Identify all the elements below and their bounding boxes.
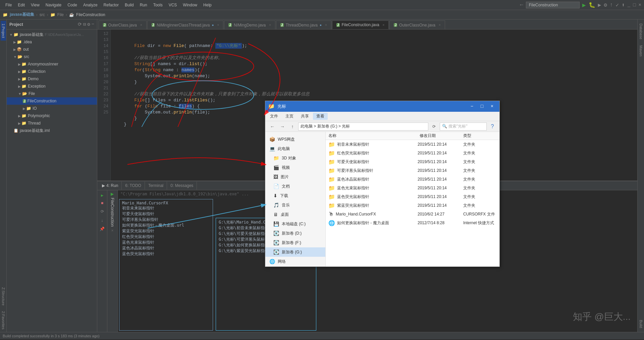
fe-file-item-0[interactable]: 📁 初音未来鼠标指针 2019/5/11 20:14 文件夹 [326,140,499,149]
tab-outerclassone[interactable]: J OuterClassOne.java × [389,20,445,29]
run-button[interactable]: ▶ [582,1,586,9]
minimize-icon[interactable]: _ [628,2,630,8]
tree-fileconstruction[interactable]: J FileConstruction [7,97,97,105]
fe-sidebar-downloads[interactable]: ⬇ 下载 [265,191,325,200]
tab-fileconstruction[interactable]: J FileConstruction.java × [332,20,389,29]
fe-sidebar-3d[interactable]: 📁 3D 对象 [265,153,325,163]
run-scroll-btn[interactable]: ↓ [99,217,106,225]
fe-search-bar[interactable]: 🔍 搜索"光标" [440,123,487,131]
tree-out[interactable]: ▶ 📦 out [7,46,97,53]
menu-item-file[interactable]: File [3,2,14,8]
fe-sidebar-music[interactable]: 🎵 音乐 [265,200,325,210]
tab-niminginnerclassthread[interactable]: J NiMingInnerClassThread.java ● × [147,20,224,29]
structure-icon[interactable]: Z:Structure [1,285,6,308]
tree-root[interactable]: ▼ 📁 javase基础集 F:\IDEAworkSpace\Ja... [7,31,97,38]
tree-exception[interactable]: ▶ 📁 Exception [7,83,97,90]
fe-sidebar-pc[interactable]: 💻 此电脑 [265,144,325,153]
fe-sidebar-f[interactable]: 💽 新加卷 (F:) [265,238,325,247]
maximize-icon[interactable]: □ [633,2,636,8]
collapse-icon[interactable]: ⊟ [83,21,86,27]
fe-refresh-btn[interactable]: ⟳ [430,122,438,131]
tab-outerclass[interactable]: J OuterClass.java × [99,20,147,29]
tree-iml[interactable]: 📋 javase基础集.iml [7,127,97,134]
fe-sidebar-video[interactable]: 🎬 视频 [265,163,325,172]
fe-file-item-6[interactable]: 📁 蓝色荧光鼠标指针 2019/5/11 20:14 文件夹 [326,192,499,201]
menu-item-vcs[interactable]: VCS [166,2,180,8]
run-stop-btn[interactable]: ■ [99,200,106,207]
more-run-options-icon[interactable]: ⚙ [604,2,607,8]
tree-demo[interactable]: ▶ 📁 Demo [7,75,97,83]
fe-maximize-btn[interactable]: □ [477,102,487,111]
menu-item-view[interactable]: View [28,2,42,8]
tree-src[interactable]: ▼ 📂 src [7,53,97,60]
fe-file-item-8[interactable]: 🖱 Mario_Hand.CursorFX 2010/6/2 14:27 CUR… [326,210,499,218]
menu-item-run[interactable]: Run [137,2,150,8]
tab-nimingdemo[interactable]: J NIMingDemo.java × [224,20,275,29]
fe-menu-share[interactable]: 共享 [298,113,312,120]
menu-item-edit[interactable]: Edit [15,2,28,8]
fe-menu-file[interactable]: 文件 [267,113,281,120]
tab-run[interactable]: ▶ 4: Run [99,182,122,190]
vcs-commit-icon[interactable]: ✓ [616,2,619,8]
run-rerun-btn[interactable]: ⟳ [99,208,106,215]
menu-item-help[interactable]: Help [201,2,214,8]
tree-file[interactable]: ▼ 📂 File [7,90,97,97]
menu-item-navigate[interactable]: Navigate [43,2,64,8]
tab-messages[interactable]: 0: Messages [167,182,197,190]
fe-file-item-3[interactable]: 📁 可爱洋葱头鼠标指针 2019/5/11 20:14 文件夹 [326,166,499,175]
favorites-icon[interactable]: 2:Favorites [1,308,6,332]
fe-search-btn[interactable]: ? [488,122,497,131]
fe-file-item-9[interactable]: 🌐 如何更换鼠标指针 - 魔力桌面 2012/7/14 8:28 Interne… [326,218,499,227]
tree-io[interactable]: ▶ 📁 IO [7,105,97,112]
fe-sidebar-d[interactable]: 💽 新加卷 (D:) [265,229,325,238]
fe-sidebar-desktop[interactable]: 🖥 桌面 [265,210,325,219]
sync-icon[interactable]: ⟳ [78,21,82,27]
fe-menu-home[interactable]: 主页 [282,113,297,120]
tab-terminal[interactable]: Terminal [145,182,167,190]
run-config-dropdown[interactable] [526,2,580,8]
fe-sidebar-c[interactable]: 💾 本地磁盘 (C:) [265,219,325,229]
fe-file-item-5[interactable]: 📁 蓝色光束鼠标指针 2019/5/11 20:14 文件夹 [326,184,499,192]
tab-todo[interactable]: 6: TODO [122,182,145,190]
menu-item-refactor[interactable]: Refactor [101,2,121,8]
menu-item-code[interactable]: Code [65,2,80,8]
fe-sidebar-g[interactable]: 💽 新加卷 (G:) [265,247,325,257]
fe-back-btn[interactable]: ← [268,122,277,131]
tree-thread[interactable]: ▶ 📁 Thread [7,119,97,127]
fe-address-bar[interactable]: 此电脑 > 新加卷 (G:) > 光标 [298,123,428,131]
menu-item-build[interactable]: Build [122,2,137,8]
run-with-coverage-button[interactable]: ▶ [598,2,601,8]
tree-anonymous[interactable]: ▶ 📁 AnonymousInner [7,60,97,68]
fe-file-item-4[interactable]: 📁 蓝色冰晶鼠标指针 2019/5/11 20:14 文件夹 [326,175,499,184]
fe-up-btn[interactable]: ↑ [288,122,297,131]
build-icon[interactable]: Build [638,317,644,331]
fe-file-item-1[interactable]: 📁 红色荧光鼠标指针 2019/5/11 20:14 文件夹 [326,149,499,157]
settings-icon[interactable]: ⚙ [87,21,90,27]
fe-minimize-btn[interactable]: − [467,102,477,111]
back-icon[interactable]: ← [520,2,523,8]
maven-icon[interactable]: Maven [638,43,644,59]
project-icon[interactable]: 1:Project [1,21,6,41]
close-icon[interactable]: × [639,2,641,8]
vcs-update-icon[interactable]: ↑ [610,2,613,8]
database-icon[interactable]: Database [638,21,644,42]
fe-sidebar-wps[interactable]: 📦 WPS网盘 [265,135,325,144]
fe-close-btn[interactable]: × [487,102,497,111]
run-pin-btn[interactable]: 📌 [99,225,106,233]
tree-idea[interactable]: ▶ 📁 .idea [7,38,97,46]
run-play-btn[interactable]: ▶ [99,192,106,199]
debug-button[interactable]: 🐛 [589,2,595,8]
fe-file-item-2[interactable]: 📁 可爱天使鼠标指针 2019/5/11 20:14 文件夹 [326,157,499,166]
vcs-push-icon[interactable]: ⬆ [622,2,625,8]
run-tab-name[interactable]: FileConstruction [110,198,115,227]
fe-menu-view[interactable]: 查看 [313,113,328,120]
fe-sidebar-pictures[interactable]: 🖼 图片 [265,172,325,182]
fe-forward-btn[interactable]: → [278,122,287,131]
tab-threaddemo[interactable]: J ThreadDemo.java ● × [276,20,331,29]
panel-hide-icon[interactable]: − [92,21,94,27]
tree-polymorphic[interactable]: ▶ 📁 Polymorphic [7,112,97,119]
tree-collection[interactable]: ▶ 📁 Collection [7,68,97,75]
fe-sidebar-documents[interactable]: 📄 文档 [265,182,325,191]
fe-sidebar-network[interactable]: 🌐 网络 [265,257,325,266]
menu-item-tools[interactable]: Tools [151,2,165,8]
